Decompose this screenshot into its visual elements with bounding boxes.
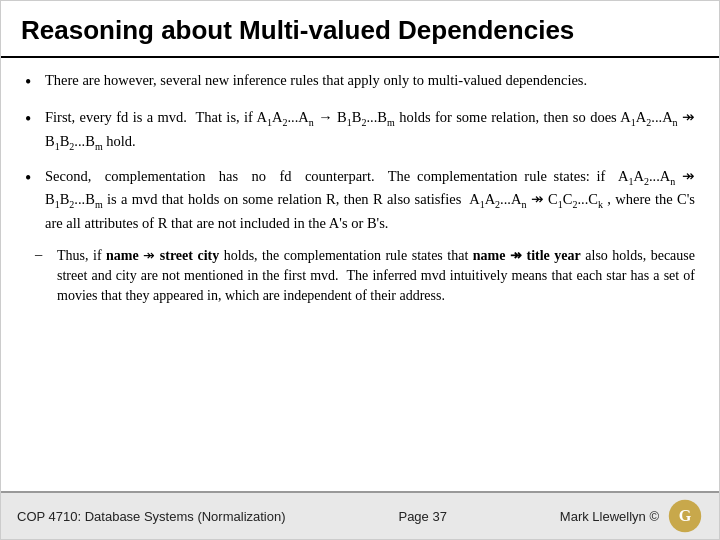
bullet-text-2: First, every fd is a mvd. That is, if A1… [45, 107, 695, 154]
sub-bullet-dash: – [35, 246, 57, 263]
bullet-marker-1: • [25, 70, 45, 95]
footer-logo: G [667, 498, 703, 534]
bullet-marker-2: • [25, 107, 45, 132]
slide-title: Reasoning about Multi-valued Dependencie… [21, 15, 699, 46]
bullet-item-2: • First, every fd is a mvd. That is, if … [25, 107, 695, 154]
sub-bullet-item: – Thus, if name ↠ street city holds, the… [25, 246, 695, 307]
svg-text:G: G [679, 507, 692, 525]
sub-bullet-text: Thus, if name ↠ street city holds, the c… [57, 246, 695, 307]
footer-center: Page 37 [398, 509, 446, 524]
slide: Reasoning about Multi-valued Dependencie… [0, 0, 720, 540]
slide-header: Reasoning about Multi-valued Dependencie… [1, 1, 719, 58]
bullet-item-3: • Second, complementation has no fd coun… [25, 166, 695, 234]
bullet-text-3: Second, complementation has no fd counte… [45, 166, 695, 234]
footer-left: COP 4710: Database Systems (Normalizatio… [17, 509, 286, 524]
slide-body: • There are however, several new inferen… [1, 58, 719, 491]
footer-right-group: Mark Llewellyn © G [560, 498, 703, 534]
bullet-marker-3: • [25, 166, 45, 191]
bullet-item-1: • There are however, several new inferen… [25, 70, 695, 95]
bullet-text-1: There are however, several new inference… [45, 70, 587, 91]
slide-footer: COP 4710: Database Systems (Normalizatio… [1, 491, 719, 539]
footer-right: Mark Llewellyn © [560, 509, 659, 524]
